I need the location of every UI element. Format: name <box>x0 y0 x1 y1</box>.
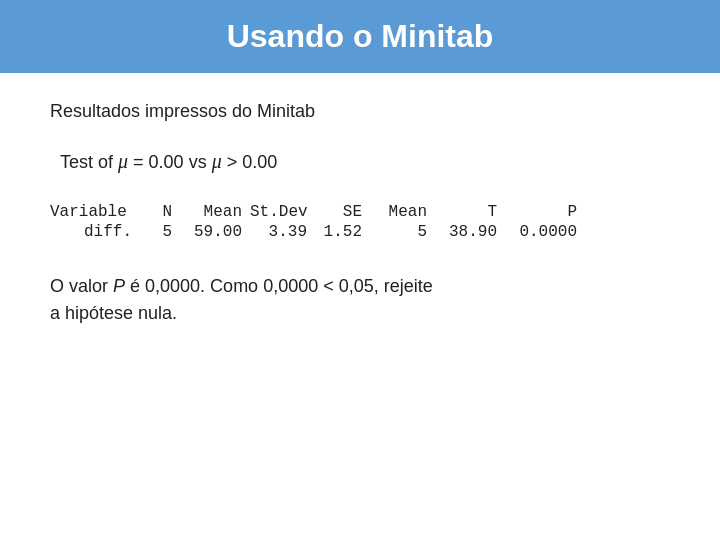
conclusion-text: O valor P é 0,0000. Como 0,0000 < 0,05, … <box>50 273 670 327</box>
mu-symbol-1: μ <box>118 150 128 172</box>
cell-se: 1.52 <box>315 223 370 241</box>
cell-stdev: 3.39 <box>250 223 315 241</box>
col-header-variable: Variable <box>50 203 140 221</box>
test-prefix: Test of <box>60 152 118 172</box>
results-table: Variable N Mean St.Dev SE Mean T P diff.… <box>50 203 670 241</box>
col-header-mean2: Mean <box>370 203 435 221</box>
subtitle: Resultados impressos do Minitab <box>50 101 670 122</box>
cell-mean: 59.00 <box>180 223 250 241</box>
col-header-p: P <box>505 203 585 221</box>
col-header-n: N <box>140 203 180 221</box>
col-header-se: SE <box>315 203 370 221</box>
col-header-t: T <box>435 203 505 221</box>
test-middle: = 0.00 vs <box>128 152 212 172</box>
test-description: Test of μ = 0.00 vs μ > 0.00 <box>60 150 670 173</box>
p-italic: P <box>113 276 125 296</box>
cell-n: 5 <box>140 223 180 241</box>
conclusion-line2: a hipótese nula. <box>50 300 670 327</box>
col-header-stdev: St.Dev <box>250 203 315 221</box>
col-header-mean: Mean <box>180 203 250 221</box>
table-data-row: diff. 5 59.00 3.39 1.52 5 38.90 0.0000 <box>50 223 670 241</box>
cell-t: 38.90 <box>435 223 505 241</box>
cell-mean2: 5 <box>370 223 435 241</box>
table-header-row: Variable N Mean St.Dev SE Mean T P <box>50 203 670 221</box>
mu-symbol-2: μ <box>212 150 222 172</box>
cell-p: 0.0000 <box>505 223 585 241</box>
main-content: Resultados impressos do Minitab Test of … <box>0 73 720 355</box>
cell-variable: diff. <box>50 223 140 241</box>
page-title: Usando o Minitab <box>227 18 494 55</box>
page-header: Usando o Minitab <box>0 0 720 73</box>
conclusion-line1: O valor P é 0,0000. Como 0,0000 < 0,05, … <box>50 273 670 300</box>
test-suffix: > 0.00 <box>222 152 278 172</box>
